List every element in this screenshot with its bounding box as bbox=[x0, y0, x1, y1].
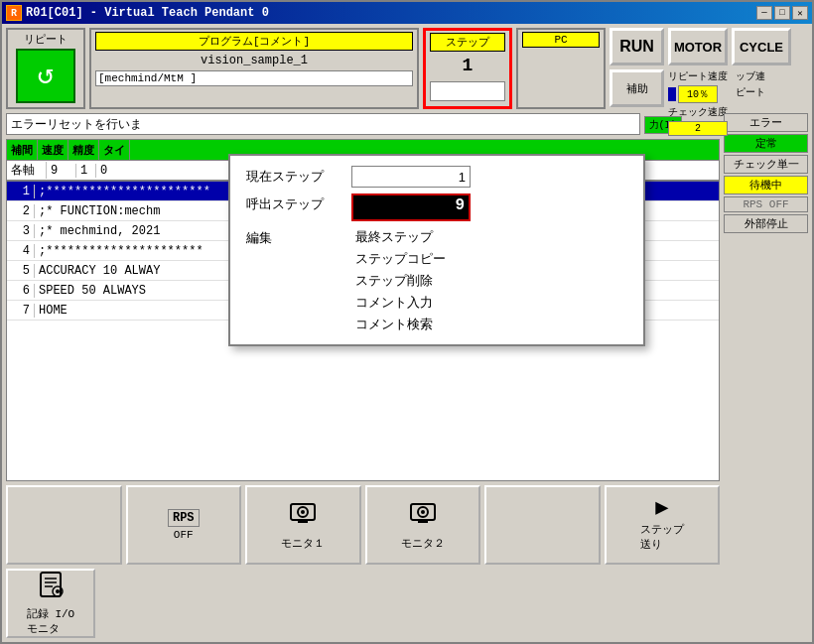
row-interpolation: 各軸 bbox=[7, 162, 47, 179]
step-renban-label: ッブ連 bbox=[736, 69, 765, 83]
line-number: 4 bbox=[7, 244, 35, 258]
pc-block: PC bbox=[516, 28, 606, 109]
monitor2-button[interactable]: モニタ２ bbox=[365, 485, 481, 565]
line-number: 2 bbox=[7, 204, 35, 218]
minimize-button[interactable]: ─ bbox=[756, 6, 772, 20]
dropdown-menu-item[interactable]: ステップ削除 bbox=[351, 271, 450, 291]
dropdown-menu-section: 編集 最終ステップステップコピーステップ削除コメント入力コメント検索 bbox=[246, 227, 627, 334]
line-content: ACCURACY 10 ALWAY bbox=[35, 264, 160, 278]
bottom-btn-empty-1 bbox=[6, 485, 122, 565]
step-send-button[interactable]: ▶ ステップ送り bbox=[605, 485, 721, 565]
monitor2-icon bbox=[409, 500, 437, 534]
repeat-label: リピート bbox=[24, 32, 68, 47]
line-content: SPEED 50 ALWAYS bbox=[35, 284, 146, 298]
app-icon: R bbox=[6, 5, 22, 21]
program-label: プログラム[コメント] bbox=[95, 32, 413, 51]
step-send-label: ステップ送り bbox=[640, 522, 684, 552]
col-accuracy: 精度 bbox=[68, 140, 99, 160]
close-button[interactable]: ✕ bbox=[792, 6, 808, 20]
normal-status: 定常 bbox=[724, 134, 808, 153]
program-value: vision_sample_1 bbox=[95, 53, 413, 68]
svg-rect-1 bbox=[298, 520, 308, 523]
program-block: プログラム[コメント] vision_sample_1 [mechmind/Mt… bbox=[89, 28, 419, 109]
repeat-arrow-icon: ↺ bbox=[38, 63, 55, 90]
col-interpolation: 補間 bbox=[7, 140, 38, 160]
program-sub: [mechmind/MtM ] bbox=[95, 70, 413, 86]
error-output-row: エラーリセットを行いま 力(I) 0.5H bbox=[6, 113, 720, 137]
motor-button[interactable]: MOTOR bbox=[668, 28, 728, 65]
kiroku-icon bbox=[37, 571, 65, 604]
line-content: HOME bbox=[35, 304, 68, 318]
step-block: ステップ 1 bbox=[423, 28, 512, 109]
ripito-speed-value[interactable]: 10％ bbox=[678, 85, 718, 103]
window-controls: ─ □ ✕ bbox=[756, 6, 808, 20]
step-label: ステップ bbox=[430, 33, 505, 52]
bottom-toolbar: RPS OFF モニタ１ bbox=[6, 485, 720, 565]
dropdown-overlay: 現在ステップ 呼出ステップ 9 編集 最終ステップステップコピーステップ削除コメ… bbox=[228, 154, 645, 346]
title-bar: R R01[C01] - Virtual Teach Pendant 0 ─ □… bbox=[2, 2, 812, 24]
dropdown-edit-label: 編集 bbox=[246, 227, 336, 334]
call-step-row: 呼出ステップ 9 bbox=[246, 193, 627, 221]
hojo-button[interactable]: 補助 bbox=[610, 69, 664, 107]
ripito-speed-label: リピート速度 bbox=[668, 69, 728, 83]
kiroku-label: 記録 I/Oモニタ bbox=[27, 606, 74, 636]
error-bar: エラーリセットを行いま bbox=[6, 113, 640, 135]
dropdown-menu-items: 最終ステップステップコピーステップ削除コメント入力コメント検索 bbox=[351, 227, 450, 334]
col-time: タイ bbox=[99, 140, 130, 160]
step-sub bbox=[430, 81, 505, 101]
main-window: R R01[C01] - Virtual Teach Pendant 0 ─ □… bbox=[0, 0, 814, 644]
error-status: エラー bbox=[724, 113, 808, 132]
line-content: ;* mechmind, 2021 bbox=[35, 224, 160, 238]
check-single-status: チェック単一 bbox=[724, 155, 808, 174]
current-step-input[interactable] bbox=[351, 166, 471, 188]
monitor2-label: モニタ２ bbox=[401, 536, 445, 551]
row-accuracy: 1 bbox=[76, 164, 96, 178]
ripito-speed-bar-container: 10％ bbox=[668, 85, 728, 103]
svg-point-13 bbox=[56, 589, 60, 593]
line-content: ;* FUNCTION:mechm bbox=[35, 204, 160, 218]
svg-point-3 bbox=[301, 510, 305, 514]
rps-off-status: RPS OFF bbox=[724, 196, 808, 212]
right-buttons: RUN MOTOR CYCLE 補助 リピート速度 10％ チェック速度 bbox=[610, 28, 808, 109]
rps-off-button[interactable]: RPS OFF bbox=[126, 485, 242, 565]
run-button[interactable]: RUN bbox=[610, 28, 664, 65]
line-number: 1 bbox=[7, 185, 35, 198]
check-speed-value[interactable]: 2 bbox=[668, 121, 728, 136]
rps-icon: RPS bbox=[168, 509, 200, 527]
line-content: ;********************** bbox=[35, 244, 204, 258]
dropdown-menu-item[interactable]: ステップコピー bbox=[351, 249, 450, 269]
repeat-button[interactable]: ↺ bbox=[16, 49, 75, 103]
call-step-label: 呼出ステップ bbox=[246, 193, 336, 213]
standby-status: 待機中 bbox=[724, 176, 808, 194]
error-text: エラーリセットを行いま bbox=[11, 116, 142, 133]
right-panel: エラー 定常 チェック単一 待機中 RPS OFF 外部停止 bbox=[724, 113, 808, 638]
restore-button[interactable]: □ bbox=[774, 6, 790, 20]
speed-panel: リピート速度 10％ チェック速度 2 bbox=[668, 69, 728, 136]
row-speed: 9 bbox=[47, 164, 76, 178]
very-bottom-empty bbox=[99, 569, 720, 638]
bottom-btn-empty-2 bbox=[484, 485, 601, 565]
dropdown-menu-item[interactable]: 最終ステップ bbox=[351, 227, 450, 247]
dropdown-menu-item[interactable]: コメント検索 bbox=[351, 315, 450, 334]
monitor1-button[interactable]: モニタ１ bbox=[245, 485, 361, 565]
top-right-row: RUN MOTOR CYCLE bbox=[610, 28, 808, 65]
monitor1-label: モニタ１ bbox=[281, 536, 325, 551]
step-value: 1 bbox=[430, 54, 505, 77]
cycle-button[interactable]: CYCLE bbox=[732, 28, 791, 65]
monitor1-icon bbox=[289, 500, 317, 534]
svg-point-7 bbox=[421, 510, 425, 514]
pc-label: PC bbox=[522, 32, 600, 48]
line-number: 7 bbox=[7, 304, 35, 318]
kiroku-io-button[interactable]: 記録 I/Oモニタ bbox=[6, 569, 95, 638]
dropdown-menu-item[interactable]: コメント入力 bbox=[351, 293, 450, 313]
play-icon: ▶ bbox=[655, 498, 668, 520]
window-title: R01[C01] - Virtual Teach Pendant 0 bbox=[26, 6, 269, 20]
current-step-row: 現在ステップ bbox=[246, 166, 627, 188]
line-number: 3 bbox=[7, 224, 35, 238]
repeat-block: リピート ↺ bbox=[6, 28, 85, 109]
ripito-label: ピート bbox=[736, 85, 765, 99]
line-number: 5 bbox=[7, 264, 35, 278]
col-speed: 速度 bbox=[38, 140, 68, 160]
current-step-label: 現在ステップ bbox=[246, 166, 336, 186]
call-step-input[interactable]: 9 bbox=[351, 193, 471, 221]
